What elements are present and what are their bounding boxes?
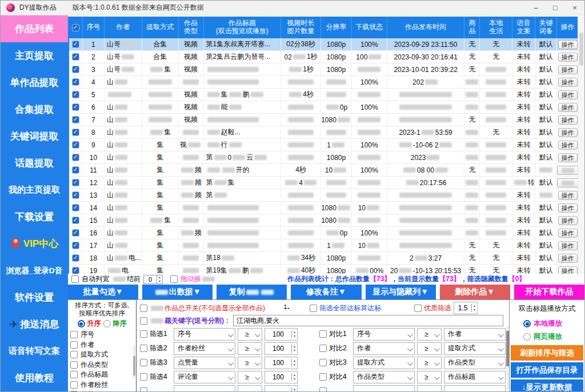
table-row[interactable]: 8山集赵毅...2023-153:59无未转默认操作 (69, 126, 579, 139)
row-checkbox[interactable] (72, 116, 79, 123)
maximize-button[interactable]: □ (546, 1, 565, 15)
row-checkbox[interactable] (72, 242, 79, 249)
filter-enable-checkbox[interactable] (140, 330, 147, 338)
sidebar-item-推送消息[interactable]: ✈推送消息 (1, 311, 68, 338)
compare-enable-checkbox[interactable] (319, 359, 327, 366)
table-row[interactable]: 5视频集鹏4秒未转默认操作 (69, 89, 579, 101)
compare-enable-checkbox[interactable] (319, 345, 327, 352)
row-operate-button[interactable] (557, 178, 578, 187)
column-header-4[interactable]: 作品 类型 (179, 17, 204, 38)
compare-field1-select[interactable]: 作者 (353, 342, 415, 355)
filter-operator-select[interactable]: ≥ (238, 371, 262, 383)
play-panel-button[interactable]: 打开作品保存目录 (511, 362, 583, 378)
row-operate-button[interactable]: 操作 (558, 141, 578, 150)
sidebar-item-VIP中心[interactable]: VIP中心 (1, 230, 68, 257)
filter-field-select[interactable]: 序号 (174, 328, 235, 341)
sort-field-item[interactable]: 提取方式 (70, 350, 134, 360)
filter-value-stepper-value[interactable]: 100 (265, 359, 291, 367)
column-header-7[interactable]: 分辨率 (321, 17, 352, 38)
row-checkbox[interactable] (72, 229, 79, 237)
sidebar-item-话题提取[interactable]: 话题提取 (1, 150, 68, 177)
stepper-arrows-icon[interactable]: ▲▼ (291, 387, 297, 392)
toolbar-button[interactable]: 批量勾选▼ (68, 285, 138, 299)
table-row[interactable]: 7山视频1080无未转默认操作 (69, 114, 579, 126)
keyword-checkbox[interactable] (140, 317, 147, 325)
keyword-input[interactable] (233, 315, 503, 326)
row-checkbox[interactable] (72, 191, 79, 199)
sort-field-item[interactable]: 作者粉丝 (70, 380, 134, 390)
filter-panel-scrollbar[interactable] (506, 326, 509, 389)
row-operate-button[interactable]: 操作 (558, 53, 578, 62)
row-operate-button[interactable]: 操作 (558, 254, 578, 263)
compare-enable-checkbox[interactable] (319, 387, 327, 392)
filter-value-stepper[interactable]: 100▲▼ (265, 371, 298, 383)
sort-field-item[interactable]: 作品标题 (70, 370, 134, 380)
compare-field2-select[interactable]: 作品标题 (444, 371, 506, 383)
filter-master-checkbox[interactable] (140, 305, 147, 312)
row-operate-button[interactable]: 操作 (558, 191, 578, 200)
row-operate-button[interactable] (557, 166, 578, 175)
row-operate-button[interactable]: 操作 (558, 103, 578, 112)
row-operate-button[interactable]: 操作 (558, 78, 578, 87)
sidebar-item-软件设置[interactable]: 软件设置 (1, 284, 68, 311)
table-row[interactable]: 13山集频第未转操作 (69, 189, 579, 202)
column-header-14[interactable]: 操作 (557, 17, 579, 38)
compare-operator-select[interactable]: ≥ (417, 328, 442, 341)
auto-width-checkbox[interactable] (71, 275, 79, 283)
table-row[interactable]: 4山100%202未转默认操作 (69, 76, 579, 89)
column-header-9[interactable]: 作品发布时间 (387, 17, 465, 38)
filter-value-stepper[interactable]: 100▲▼ (265, 342, 298, 355)
column-header-3[interactable]: 提取方式 (142, 17, 179, 38)
sort-field-item[interactable]: 序号 (70, 330, 134, 340)
row-checkbox[interactable] (72, 179, 79, 186)
toolbar-button[interactable]: 显示与隐藏列▼ (366, 285, 436, 299)
compare-enable-checkbox[interactable] (319, 373, 327, 381)
row-checkbox[interactable] (72, 166, 79, 174)
table-row[interactable]: 11山集频开的4秒10100%08 00无未转 (69, 164, 579, 177)
row-checkbox[interactable] (72, 217, 79, 224)
filter-value-stepper[interactable]: 100▲▼ (265, 328, 298, 341)
column-header-2[interactable]: 作者 (105, 17, 142, 38)
filter-operator-select[interactable]: ≥ (238, 357, 262, 369)
filter-value-stepper-value[interactable]: 100 (265, 373, 291, 381)
sidebar-item-语音转写文案[interactable]: 语音转写文案 (1, 338, 68, 365)
row-operate-button[interactable]: 操作 (558, 266, 578, 274)
stepper-arrows-icon[interactable]: ▲▼ (291, 373, 297, 381)
row-checkbox[interactable] (72, 129, 79, 136)
sort-field-checkbox[interactable] (70, 331, 78, 338)
sort-field-item[interactable]: 作者 (70, 340, 134, 350)
row-checkbox[interactable] (72, 154, 79, 161)
compare-field2-select[interactable] (444, 385, 506, 392)
descending-radio[interactable] (103, 320, 111, 327)
column-header-10[interactable]: 商 品 (464, 17, 480, 38)
freeze-count-stepper[interactable]: 0 ▲▼ (143, 275, 163, 284)
sidebar-item-我的主页提取[interactable]: 我的主页提取 (1, 177, 68, 203)
filter-value-stepper-value[interactable]: 100 (265, 345, 291, 353)
row-operate-button[interactable]: 操作 (558, 203, 578, 213)
local-play-radio[interactable] (523, 320, 531, 327)
row-checkbox[interactable] (72, 103, 79, 111)
row-checkbox[interactable] (72, 78, 79, 86)
column-header-13[interactable]: 关键 词备 (535, 17, 557, 38)
sort-field-item[interactable]: 点赞量 (70, 390, 134, 392)
sidebar-item-作品列表[interactable]: 作品列表 (1, 15, 68, 42)
sidebar-item-关键词提取[interactable]: 关键词提取 (1, 123, 68, 150)
toolbar-button[interactable]: 删除作品▼ (440, 285, 510, 299)
filter-enable-checkbox[interactable] (140, 387, 147, 392)
freeze-count-value[interactable]: 0 (144, 276, 157, 283)
table-scrollbar[interactable] (578, 17, 584, 274)
sidebar-item-合集提取[interactable]: 合集提取 (1, 96, 68, 123)
select-all-checkbox[interactable] (72, 24, 79, 31)
play-panel-button[interactable]: ↓显示更新数据 (511, 379, 583, 392)
row-operate-button[interactable]: 操作 (558, 153, 578, 162)
row-checkbox[interactable] (72, 204, 79, 211)
toolbar-button[interactable]: 修改备注▼ (291, 285, 361, 299)
table-row[interactable]: 14山集108010未转默认操作 (69, 202, 579, 214)
filter-value-stepper[interactable]: 100▲▼ (265, 357, 298, 369)
compare-field1-select[interactable]: 提取方式 (353, 357, 415, 369)
compare-field2-select[interactable]: 作者 (444, 328, 506, 341)
compare-operator-select[interactable] (417, 385, 442, 392)
quality-threshold-value[interactable]: 1.5 (454, 304, 471, 312)
scrollbar-thumb[interactable] (579, 33, 583, 66)
quality-threshold-stepper[interactable]: 1.5 ▲▼ (454, 302, 478, 314)
